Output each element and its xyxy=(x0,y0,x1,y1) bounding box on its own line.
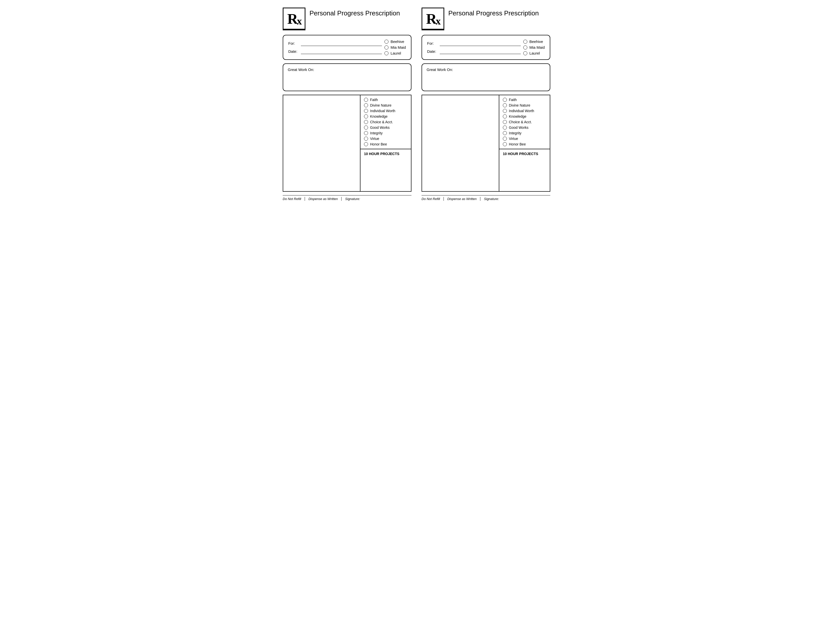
class-option-2[interactable]: Laurel xyxy=(523,51,545,55)
class-label: Mia Maid xyxy=(529,45,545,50)
footer-bar: Do Not RefillDispense as WrittenSignatur… xyxy=(421,195,550,201)
date-row: Date: xyxy=(427,49,521,54)
date-line[interactable] xyxy=(440,49,521,54)
right-area: FaithDivine NatureIndividual WorthKnowle… xyxy=(499,95,550,191)
value-item-8[interactable]: Honor Bee xyxy=(503,142,546,146)
class-option-1[interactable]: Mia Maid xyxy=(384,45,406,50)
for-row: For: xyxy=(427,41,521,46)
circle-icon xyxy=(384,45,389,50)
value-label: Good Works xyxy=(509,126,529,130)
value-label: Knowledge xyxy=(370,114,388,118)
card-header: RxPersonal Progress Prescription xyxy=(283,8,412,30)
for-line[interactable] xyxy=(301,41,382,46)
circle-icon xyxy=(503,103,507,107)
left-area[interactable] xyxy=(422,95,499,191)
values-section: FaithDivine NatureIndividual WorthKnowle… xyxy=(360,95,411,149)
for-label: For: xyxy=(427,41,437,45)
date-label: Date: xyxy=(288,49,298,53)
value-label: Honor Bee xyxy=(370,142,387,146)
circle-icon xyxy=(523,45,527,50)
circle-icon xyxy=(364,142,368,146)
class-checkboxes: BeehiveMia MaidLaurel xyxy=(523,39,545,55)
value-item-6[interactable]: Integrity xyxy=(503,131,546,135)
value-item-5[interactable]: Good Works xyxy=(364,126,407,130)
value-label: Divine Nature xyxy=(509,103,530,107)
value-item-5[interactable]: Good Works xyxy=(503,126,546,130)
rx-text: Rx xyxy=(426,11,440,26)
value-label: Knowledge xyxy=(509,114,526,118)
hour-projects: 10 HOUR PROJECTS xyxy=(499,149,550,191)
circle-icon xyxy=(503,98,507,102)
circle-icon xyxy=(523,40,527,44)
values-section: FaithDivine NatureIndividual WorthKnowle… xyxy=(499,95,550,149)
value-item-0[interactable]: Faith xyxy=(364,98,407,102)
value-item-8[interactable]: Honor Bee xyxy=(364,142,407,146)
date-label: Date: xyxy=(427,49,437,53)
value-label: Good Works xyxy=(370,126,390,130)
value-item-4[interactable]: Choice & Acct. xyxy=(503,120,546,124)
value-item-6[interactable]: Integrity xyxy=(364,131,407,135)
do-not-refill: Do Not Refill xyxy=(283,197,305,201)
value-item-7[interactable]: Virtue xyxy=(503,137,546,141)
info-box: For:Date:BeehiveMia MaidLaurel xyxy=(421,35,550,60)
class-option-0[interactable]: Beehive xyxy=(384,39,406,44)
date-row: Date: xyxy=(288,49,382,54)
circle-icon xyxy=(503,120,507,124)
left-area[interactable] xyxy=(283,95,360,191)
value-item-7[interactable]: Virtue xyxy=(364,137,407,141)
class-label: Laurel xyxy=(529,51,540,55)
for-label: For: xyxy=(288,41,298,45)
value-label: Individual Worth xyxy=(370,109,395,113)
class-label: Beehive xyxy=(529,39,543,44)
dispense-as-written: Dispense as Written xyxy=(309,197,341,201)
value-item-4[interactable]: Choice & Acct. xyxy=(364,120,407,124)
date-line[interactable] xyxy=(301,49,382,54)
great-work-box[interactable]: Great Work On: xyxy=(283,63,412,91)
circle-icon xyxy=(364,126,368,130)
circle-icon xyxy=(364,120,368,124)
great-work-label: Great Work On: xyxy=(288,68,407,72)
value-item-3[interactable]: Knowledge xyxy=(364,114,407,118)
class-label: Laurel xyxy=(391,51,401,55)
card-left: RxPersonal Progress PrescriptionFor:Date… xyxy=(283,8,412,201)
class-option-2[interactable]: Laurel xyxy=(384,51,406,55)
circle-icon xyxy=(364,109,368,113)
class-checkboxes: BeehiveMia MaidLaurel xyxy=(384,39,406,55)
value-item-1[interactable]: Divine Nature xyxy=(364,103,407,107)
great-work-label: Great Work On: xyxy=(426,68,545,72)
class-label: Beehive xyxy=(391,39,404,44)
for-line[interactable] xyxy=(440,41,521,46)
value-label: Virtue xyxy=(370,137,379,141)
value-item-2[interactable]: Individual Worth xyxy=(503,109,546,113)
card-header: RxPersonal Progress Prescription xyxy=(421,8,550,30)
main-box: FaithDivine NatureIndividual WorthKnowle… xyxy=(283,95,412,192)
circle-icon xyxy=(503,126,507,130)
class-option-0[interactable]: Beehive xyxy=(523,39,545,44)
circle-icon xyxy=(384,40,389,44)
value-item-2[interactable]: Individual Worth xyxy=(364,109,407,113)
do-not-refill: Do Not Refill xyxy=(421,197,444,201)
value-label: Individual Worth xyxy=(509,109,534,113)
hour-projects: 10 HOUR PROJECTS xyxy=(360,149,411,191)
value-item-3[interactable]: Knowledge xyxy=(503,114,546,118)
circle-icon xyxy=(364,137,368,141)
circle-icon xyxy=(364,103,368,107)
footer-bar: Do Not RefillDispense as WrittenSignatur… xyxy=(283,195,412,201)
class-option-1[interactable]: Mia Maid xyxy=(523,45,545,50)
value-item-0[interactable]: Faith xyxy=(503,98,546,102)
value-label: Faith xyxy=(509,98,517,102)
circle-icon xyxy=(503,137,507,141)
circle-icon xyxy=(503,114,507,118)
circle-icon xyxy=(523,51,527,55)
page-container: RxPersonal Progress PrescriptionFor:Date… xyxy=(283,8,550,201)
great-work-box[interactable]: Great Work On: xyxy=(421,63,550,91)
value-item-1[interactable]: Divine Nature xyxy=(503,103,546,107)
value-label: Choice & Acct. xyxy=(509,120,532,124)
value-label: Divine Nature xyxy=(370,103,391,107)
circle-icon xyxy=(364,98,368,102)
circle-icon xyxy=(503,109,507,113)
signature: Signature: xyxy=(345,197,363,201)
card-title: Personal Progress Prescription xyxy=(309,8,400,18)
right-area: FaithDivine NatureIndividual WorthKnowle… xyxy=(360,95,411,191)
info-box: For:Date:BeehiveMia MaidLaurel xyxy=(283,35,412,60)
